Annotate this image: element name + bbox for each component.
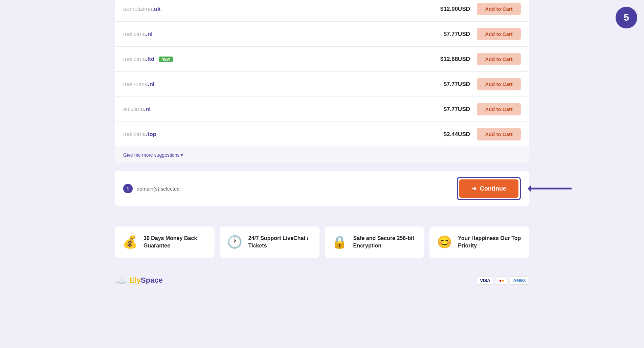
add-to-cart-button[interactable]: Add to Cart (477, 53, 521, 65)
domain-name: sulizima.nl (123, 106, 151, 113)
table-row: molizima.ltd NEW $12.68USD Add to Cart (115, 47, 529, 72)
table-row: aamolizima.uk $12.00USD Add to Cart (115, 0, 529, 22)
step-number: 5 (624, 12, 629, 23)
domain-name: molizima.top (123, 131, 156, 138)
add-to-cart-button[interactable]: Add to Cart (477, 103, 521, 115)
continue-button[interactable]: ➜ Continue (459, 179, 518, 198)
feature-secure-text: Safe and Secure 256-bit Encryption (353, 235, 418, 250)
money-back-icon: 💰 (122, 235, 138, 249)
feature-card-money-back: 💰 30 Days Money Back Guarantee (115, 226, 215, 258)
table-row: sulizima.nl $7.77USD Add to Cart (115, 97, 529, 122)
domain-name: aamolizima.uk (123, 6, 161, 13)
footer: ☁️ ElySpace VISA ●● AMEX (115, 268, 529, 289)
logo-ely: Ely (130, 276, 141, 284)
features-strip: 💰 30 Days Money Back Guarantee 🕐 24/7 Su… (115, 226, 529, 268)
domain-table: aamolizima.uk $12.00USD Add to Cart moli… (115, 0, 529, 163)
feature-support-text: 24/7 Support LiveChat / Tickets (248, 235, 313, 250)
table-row: molizima.nl $7.77USD Add to Cart (115, 22, 529, 47)
more-suggestions-link[interactable]: Give me more suggestions ▾ (123, 152, 183, 158)
add-to-cart-button[interactable]: Add to Cart (477, 78, 521, 90)
payment-icons: VISA ●● AMEX (477, 276, 529, 285)
domain-name: moli-zima.nl (123, 81, 155, 88)
arrow-annotation (528, 183, 575, 194)
logo-cloud-icon: ☁️ (115, 275, 127, 286)
secure-icon: 🔒 (332, 235, 348, 249)
step-badge: 5 (616, 7, 637, 28)
happiness-icon: 😊 (436, 235, 452, 249)
feature-card-support: 🕐 24/7 Support LiveChat / Tickets (220, 226, 319, 258)
continue-button-wrapper: ➜ Continue (457, 177, 521, 200)
selected-text: domain(s) selected (137, 186, 180, 192)
table-row: moli-zima.nl $7.77USD Add to Cart (115, 72, 529, 97)
new-badge: NEW (159, 57, 173, 62)
domain-name: molizima.ltd NEW (123, 56, 173, 63)
add-to-cart-button[interactable]: Add to Cart (477, 128, 521, 140)
svg-marker-1 (528, 185, 531, 192)
arrow-svg (528, 183, 575, 194)
mastercard-payment-icon: ●● (496, 276, 508, 285)
continue-arrow-icon: ➜ (471, 185, 476, 192)
table-row: molizima.top $2.44USD Add to Cart (115, 122, 529, 147)
suggestions-row: Give me more suggestions ▾ (115, 147, 529, 163)
selected-info: 1 domain(s) selected (123, 184, 180, 193)
feature-money-back-text: 30 Days Money Back Guarantee (143, 235, 208, 250)
selected-count: 1 (123, 184, 133, 193)
selected-bar: 1 domain(s) selected ➜ Continue (115, 171, 529, 206)
logo-text: ElySpace (130, 276, 163, 285)
visa-payment-icon: VISA (477, 276, 493, 285)
feature-happiness-text: Your Happiness Our Top Priority (458, 235, 522, 250)
footer-logo: ☁️ ElySpace (115, 275, 163, 286)
logo-space: Space (141, 276, 163, 284)
feature-card-happiness: 😊 Your Happiness Our Top Priority (429, 226, 529, 258)
feature-card-secure: 🔒 Safe and Secure 256-bit Encryption (325, 226, 424, 258)
support-icon: 🕐 (227, 235, 243, 249)
add-to-cart-button[interactable]: Add to Cart (477, 28, 521, 40)
amex-payment-icon: AMEX (510, 276, 529, 285)
add-to-cart-button[interactable]: Add to Cart (477, 3, 521, 15)
domain-name: molizima.nl (123, 31, 153, 38)
